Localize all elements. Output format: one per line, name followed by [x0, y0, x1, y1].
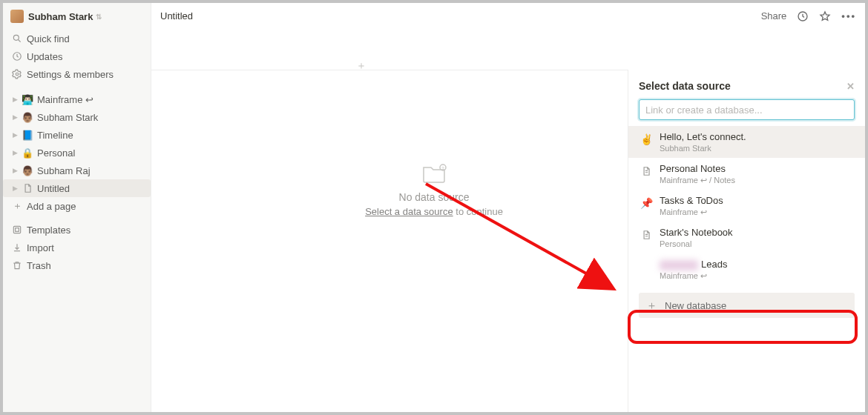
- wave-icon: ✌️: [639, 132, 654, 147]
- doc-icon: [21, 182, 34, 195]
- sidebar-page-subham-stark[interactable]: ▶ 👨🏽 Subham Stark: [3, 108, 151, 126]
- trash-icon: [10, 260, 24, 270]
- empty-continue-text: to continue: [453, 206, 503, 217]
- sidebar-page-untitled[interactable]: ▶ Untitled: [3, 179, 151, 197]
- sidebar-page-subham-raj[interactable]: ▶ 👨🏽 Subham Raj: [3, 162, 151, 179]
- sidebar: Subham Stark ⇅ Quick find Updates Sett: [3, 3, 151, 412]
- db-item-sub: Personal: [660, 239, 733, 249]
- db-item-title: Hello, Let's connect.: [660, 130, 746, 143]
- main: Untitled Share ••• ＋ ? No data so: [151, 3, 865, 412]
- db-item-personal-notes[interactable]: Personal Notes Mainframe ↩ / Notes: [628, 158, 865, 190]
- page-icon: 👨🏽: [21, 164, 34, 177]
- topbar: Untitled Share •••: [151, 3, 865, 30]
- caret-icon: ▶: [10, 149, 19, 156]
- download-icon: [10, 242, 24, 253]
- page-title[interactable]: Untitled: [160, 10, 193, 21]
- popover-search: [639, 99, 855, 120]
- chevron-updown-icon: ⇅: [96, 13, 102, 21]
- svg-rect-4: [13, 226, 20, 233]
- clock-icon: [10, 51, 24, 62]
- sidebar-trash[interactable]: Trash: [3, 256, 151, 274]
- pin-icon: 📌: [639, 196, 654, 210]
- db-item-sub: Mainframe ↩: [660, 207, 723, 217]
- sidebar-updates[interactable]: Updates: [3, 47, 151, 65]
- updates-icon[interactable]: [797, 10, 809, 22]
- page-label: Personal: [37, 147, 75, 159]
- gear-icon: [10, 69, 24, 79]
- caret-icon: ▶: [10, 113, 19, 121]
- add-page-label: Add a page: [27, 201, 76, 212]
- new-database-button[interactable]: ＋ New database: [639, 293, 855, 318]
- sidebar-settings[interactable]: Settings & members: [3, 65, 151, 83]
- page-icon: 👨🏽: [21, 110, 34, 124]
- svg-line-1: [19, 40, 21, 42]
- page-icon: 📘: [21, 128, 34, 142]
- sidebar-templates[interactable]: Templates: [3, 221, 151, 239]
- page-label: Mainframe ↩: [37, 94, 93, 105]
- db-item-notebook[interactable]: Stark's Notebook Personal: [628, 222, 865, 253]
- workspace-avatar: [10, 10, 24, 23]
- sidebar-page-personal[interactable]: ▶ 🔒 Personal: [3, 144, 151, 162]
- svg-point-0: [13, 35, 19, 40]
- db-item-leads[interactable]: Leads Mainframe ↩: [628, 253, 865, 285]
- page-label: Timeline: [37, 130, 73, 141]
- page-label: Untitled: [37, 183, 70, 194]
- sidebar-import[interactable]: Import: [3, 239, 151, 256]
- database-search-input[interactable]: [639, 99, 855, 120]
- new-database-label: New database: [665, 300, 726, 311]
- templates-icon: [10, 225, 24, 235]
- caret-icon: ▶: [10, 167, 19, 174]
- caret-icon: ▶: [10, 185, 19, 192]
- db-item-title: Leads: [660, 258, 727, 270]
- popover-list: ✌️ Hello, Let's connect. Subham Stark Pe…: [628, 126, 865, 285]
- settings-label: Settings & members: [27, 69, 114, 80]
- sidebar-page-mainframe[interactable]: ▶ 👨🏻‍💻 Mainframe ↩: [3, 90, 151, 108]
- doc-icon: [639, 164, 654, 179]
- db-item-hello[interactable]: ✌️ Hello, Let's connect. Subham Stark: [628, 126, 865, 158]
- db-item-title: Stark's Notebook: [660, 226, 733, 239]
- data-source-popover: Select data source ✕ ✌️ Hello, Let's con…: [628, 70, 865, 412]
- import-label: Import: [27, 242, 54, 253]
- sidebar-quick-find[interactable]: Quick find: [3, 30, 151, 47]
- svg-rect-5: [16, 228, 19, 232]
- templates-label: Templates: [27, 225, 70, 236]
- empty-title: No data source: [315, 191, 553, 203]
- add-block-icon[interactable]: ＋: [356, 59, 366, 73]
- page-label: Subham Stark: [37, 112, 98, 123]
- share-button[interactable]: Share: [761, 10, 787, 21]
- db-item-tasks[interactable]: 📌 Tasks & ToDos Mainframe ↩: [628, 190, 865, 222]
- sidebar-add-page[interactable]: ＋ Add a page: [3, 197, 151, 215]
- empty-state: ? No data source Select a data source to…: [315, 162, 553, 217]
- close-icon[interactable]: ✕: [846, 81, 855, 92]
- more-icon[interactable]: •••: [841, 10, 856, 21]
- star-icon[interactable]: [819, 10, 831, 22]
- page-label: Subham Raj: [37, 165, 91, 176]
- blurred-icon: [639, 259, 654, 274]
- svg-point-3: [16, 73, 19, 76]
- plus-icon: ＋: [10, 199, 24, 213]
- workspace-name: Subham Stark: [28, 11, 93, 22]
- plus-icon: ＋: [646, 299, 657, 313]
- search-icon: [10, 33, 24, 44]
- db-item-sub: Mainframe ↩ / Notes: [660, 175, 735, 185]
- popover-title: Select data source: [639, 80, 731, 92]
- db-item-sub: Mainframe ↩: [660, 270, 727, 281]
- workspace-switcher[interactable]: Subham Stark ⇅: [3, 7, 151, 25]
- caret-icon: ▶: [10, 131, 19, 139]
- page-icon: 👨🏻‍💻: [21, 93, 34, 106]
- quick-find-label: Quick find: [27, 33, 70, 44]
- db-item-title: Tasks & ToDos: [660, 194, 723, 207]
- db-item-title: Personal Notes: [660, 162, 735, 175]
- db-item-sub: Subham Stark: [660, 143, 746, 153]
- doc-icon: [639, 228, 654, 242]
- trash-label: Trash: [27, 260, 51, 271]
- folder-icon: ?: [421, 162, 447, 184]
- updates-label: Updates: [27, 51, 62, 62]
- caret-icon: ▶: [10, 96, 19, 103]
- select-data-source-link[interactable]: Select a data source: [365, 206, 453, 217]
- page-icon: 🔒: [21, 146, 34, 159]
- sidebar-page-timeline[interactable]: ▶ 📘 Timeline: [3, 126, 151, 144]
